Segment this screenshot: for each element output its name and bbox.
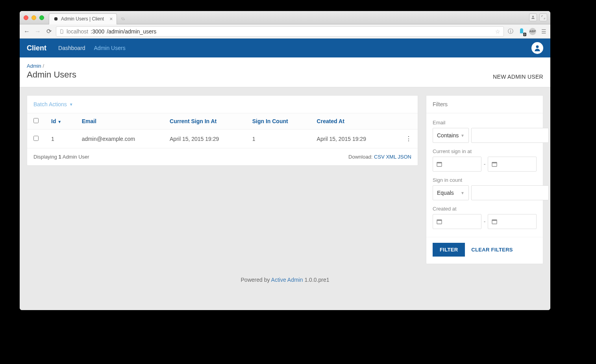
calendar-icon — [491, 161, 498, 167]
filter-current-sign-in-to[interactable] — [488, 157, 537, 172]
page-title: Admin Users — [27, 70, 76, 80]
svg-rect-4 — [437, 162, 442, 163]
svg-point-1 — [532, 16, 534, 17]
nav-dashboard[interactable]: Dashboard — [58, 45, 85, 51]
main-panel: Batch Actions ▼ Id ▼ Email Current Sign … — [27, 95, 418, 166]
cell-current-sign-in-at: April 15, 2015 19:29 — [163, 129, 246, 148]
bookmark-icon[interactable]: ☆ — [495, 28, 500, 35]
chevron-down-icon: ▼ — [461, 133, 465, 138]
info-icon[interactable]: ⓘ — [507, 28, 514, 35]
filters-panel: Filters Email Contains▼ Current sign in … — [426, 95, 543, 264]
url-host: localhost — [67, 28, 88, 35]
svg-rect-10 — [492, 220, 497, 221]
user-icon — [533, 44, 541, 52]
svg-marker-0 — [122, 18, 125, 20]
col-sign-in-count[interactable]: Sign In Count — [246, 113, 311, 129]
col-created-at[interactable]: Created At — [311, 113, 393, 129]
calendar-icon — [436, 161, 442, 167]
page-viewport: Client Dashboard Admin Users Admin / Adm… — [20, 39, 550, 310]
filter-email-label: Email — [433, 120, 537, 126]
svg-point-2 — [536, 45, 539, 48]
extension-ghostery-icon[interactable]: 0 — [518, 28, 525, 35]
table-header-row: Id ▼ Email Current Sign In At Sign In Co… — [27, 113, 418, 129]
app-navbar: Client Dashboard Admin Users — [20, 39, 550, 57]
sort-desc-icon: ▼ — [57, 120, 61, 124]
filter-created-at-from[interactable] — [433, 214, 481, 229]
chevron-down-icon: ▼ — [461, 191, 465, 195]
select-all-header — [27, 113, 45, 129]
breadcrumb-admin-link[interactable]: Admin — [27, 63, 41, 69]
reload-button[interactable]: ⟳ — [45, 28, 53, 35]
admin-users-table: Id ▼ Email Current Sign In At Sign In Co… — [27, 113, 418, 148]
breadcrumb-sep: / — [41, 63, 44, 69]
filter-created-at-to[interactable] — [488, 214, 537, 229]
url-port: :3000 — [91, 28, 104, 35]
breadcrumb: Admin / — [27, 63, 76, 69]
url-input[interactable]: localhost:3000/admin/admin_users ☆ — [56, 26, 504, 37]
filter-email-operator[interactable]: Contains▼ — [433, 128, 469, 143]
filter-current-sign-in-from[interactable] — [433, 157, 481, 172]
extension-abp-icon[interactable]: ABP — [529, 28, 536, 35]
batch-actions-label: Batch Actions — [33, 101, 67, 107]
active-admin-link[interactable]: Active Admin — [271, 277, 303, 283]
cell-created-at: April 15, 2015 19:29 — [311, 129, 393, 148]
fullscreen-button[interactable] — [539, 13, 547, 21]
window-titlebar: Admin Users | Client × — [20, 11, 550, 24]
cell-id[interactable]: 1 — [45, 129, 76, 148]
table-row: 1 admin@example.com April 15, 2015 19:29… — [27, 129, 418, 148]
new-tab-button[interactable] — [118, 14, 128, 24]
traffic-lights — [24, 15, 44, 20]
address-bar: ← → ⟳ localhost:3000/admin/admin_users ☆… — [20, 24, 550, 39]
page-footer: Powered by Active Admin 1.0.0.pre1 — [20, 272, 550, 290]
clear-filters-button[interactable]: CLEAR FILTERS — [471, 247, 513, 253]
download-csv[interactable]: CSV — [374, 154, 385, 160]
minimize-window-button[interactable] — [31, 15, 36, 20]
filters-title: Filters — [426, 96, 543, 113]
filter-button[interactable]: FILTER — [433, 243, 465, 257]
maximize-window-button[interactable] — [39, 15, 44, 20]
page-header: Admin / Admin Users NEW ADMIN USER — [20, 57, 550, 87]
tab-title: Admin Users | Client — [61, 16, 104, 22]
close-tab-button[interactable]: × — [109, 16, 113, 22]
filter-created-at-label: Created at — [433, 206, 537, 212]
row-actions-button[interactable]: ⋮ — [393, 129, 418, 148]
nav-admin-users[interactable]: Admin Users — [94, 45, 126, 51]
brand[interactable]: Client — [27, 44, 46, 52]
cell-email: admin@example.com — [76, 129, 163, 148]
new-admin-user-button[interactable]: NEW ADMIN USER — [493, 74, 543, 80]
filter-sign-in-count-label: Sign in count — [433, 177, 537, 183]
forward-button[interactable]: → — [34, 28, 42, 35]
calendar-icon — [436, 218, 442, 225]
svg-rect-6 — [492, 162, 497, 163]
browser-window: Admin Users | Client × ← → ⟳ localhost:3… — [20, 11, 550, 310]
pagination-info: Displaying 1 Admin User — [33, 154, 89, 160]
svg-rect-8 — [437, 220, 442, 221]
back-button[interactable]: ← — [23, 28, 31, 35]
col-id[interactable]: Id ▼ — [45, 113, 76, 129]
row-checkbox[interactable] — [33, 136, 39, 141]
url-path: /admin/admin_users — [107, 28, 156, 35]
col-current-sign-in-at[interactable]: Current Sign In At — [163, 113, 246, 129]
download-xml[interactable]: XML — [386, 154, 396, 160]
filter-sign-in-count-operator[interactable]: Equals▼ — [433, 185, 469, 200]
calendar-icon — [491, 218, 498, 225]
download-links: Download: CSV XML JSON — [348, 154, 411, 160]
user-avatar-button[interactable] — [531, 42, 543, 54]
filter-email-input[interactable] — [471, 128, 549, 143]
select-all-checkbox[interactable] — [33, 118, 39, 123]
download-json[interactable]: JSON — [398, 154, 411, 160]
filter-sign-in-count-input[interactable] — [471, 185, 549, 200]
favicon-icon — [53, 16, 59, 22]
batch-actions-dropdown[interactable]: Batch Actions ▼ — [27, 96, 418, 113]
close-window-button[interactable] — [24, 15, 28, 20]
filter-current-sign-in-label: Current sign in at — [433, 148, 537, 154]
browser-menu-button[interactable]: ☰ — [540, 28, 547, 35]
cell-sign-in-count: 1 — [246, 129, 311, 148]
page-icon — [59, 29, 64, 34]
user-menu-button[interactable] — [529, 13, 537, 21]
chevron-down-icon: ▼ — [69, 102, 73, 107]
browser-tab[interactable]: Admin Users | Client × — [49, 13, 117, 24]
col-email[interactable]: Email — [76, 113, 163, 129]
